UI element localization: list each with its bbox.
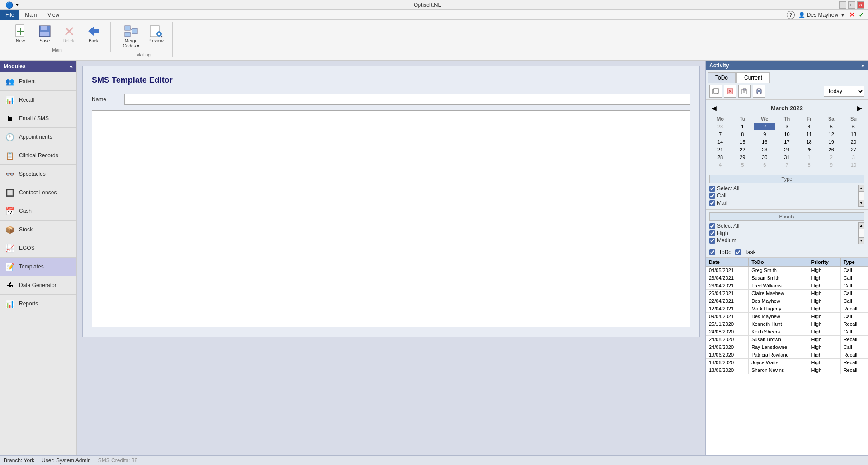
cal-day-3[interactable]: 3 (843, 154, 864, 161)
cal-day-22[interactable]: 22 (731, 146, 753, 153)
cal-day-11[interactable]: 11 (798, 131, 820, 138)
cal-day-12[interactable]: 12 (821, 131, 842, 138)
table-row[interactable]: 04/05/2021 Greg Smith High Call (706, 267, 868, 274)
task-checkbox[interactable] (735, 249, 741, 255)
cal-day-9[interactable]: 9 (754, 131, 775, 138)
cal-day-28[interactable]: 28 (709, 154, 731, 161)
menu-file[interactable]: File (0, 10, 19, 20)
cal-day-1[interactable]: 1 (731, 123, 753, 130)
cal-day-2[interactable]: 2 (821, 154, 842, 161)
sidebar-item-spectacles[interactable]: 👓 Spectacles (0, 165, 76, 183)
cal-day-16[interactable]: 16 (754, 138, 775, 146)
cal-day-7[interactable]: 7 (709, 131, 731, 138)
table-row[interactable]: 18/06/2020 Sharon Nevins High Recall (706, 366, 868, 374)
table-row[interactable]: 12/04/2021 Mark Hagerty High Recall (706, 305, 868, 313)
todo-checkbox[interactable] (709, 249, 715, 255)
sidebar-item-recall[interactable]: 📊 Recall (0, 91, 76, 109)
name-input[interactable] (124, 94, 690, 105)
header-expand-button[interactable]: ✓ (859, 10, 864, 19)
cal-day-18[interactable]: 18 (798, 138, 820, 146)
sidebar-item-templates[interactable]: 📝 Templates (0, 258, 76, 276)
table-row[interactable]: 26/04/2021 Susan Smith High Call (706, 274, 868, 282)
cal-day-10[interactable]: 10 (776, 131, 797, 138)
sidebar-item-cash[interactable]: 📅 Cash (0, 202, 76, 221)
cal-day-3[interactable]: 3 (776, 123, 797, 130)
user-profile[interactable]: 👤 Des Mayhew ▼ (798, 12, 845, 18)
cal-day-23[interactable]: 23 (754, 146, 775, 153)
activity-print-icon[interactable] (753, 85, 765, 98)
tab-todo[interactable]: ToDo (708, 72, 736, 83)
table-row[interactable]: 25/11/2020 Kenneth Hunt High Recall (706, 320, 868, 328)
tab-current[interactable]: Current (736, 72, 770, 83)
cal-day-4[interactable]: 4 (798, 123, 820, 130)
cal-day-1[interactable]: 1 (798, 154, 820, 161)
table-row[interactable]: 19/06/2020 Patricia Rowland High Recall (706, 351, 868, 359)
cal-day-6[interactable]: 6 (754, 161, 775, 169)
cal-day-7[interactable]: 7 (776, 161, 797, 169)
type-check-mail[interactable] (709, 200, 715, 206)
save-button[interactable]: Save (33, 22, 56, 46)
table-row[interactable]: 18/06/2020 Joyce Watts High Recall (706, 359, 868, 366)
cal-day-8[interactable]: 8 (798, 161, 820, 169)
sidebar-item-appointments[interactable]: 🕐 Appointments (0, 128, 76, 146)
sidebar-item-stock[interactable]: 📦 Stock (0, 221, 76, 239)
sidebar-item-contact-lenses[interactable]: 🔲 Contact Lenses (0, 183, 76, 202)
priority-check-select-all-priority[interactable] (709, 223, 715, 229)
header-close-button[interactable]: ✕ (849, 10, 855, 19)
priority-scroll-down[interactable]: ▼ (859, 237, 864, 244)
table-row[interactable]: 24/08/2020 Keith Sheers High Call (706, 328, 868, 336)
cal-day-15[interactable]: 15 (731, 138, 753, 146)
collapse-icon[interactable]: « (70, 63, 73, 70)
cal-day-31[interactable]: 31 (776, 154, 797, 161)
delete-button[interactable]: Delete (58, 22, 80, 46)
menu-view[interactable]: View (42, 10, 65, 20)
activity-paste-icon[interactable] (738, 85, 751, 98)
cal-day-6[interactable]: 6 (843, 123, 864, 130)
type-scroll-up[interactable]: ▲ (859, 185, 864, 192)
today-dropdown[interactable]: Today This Week This Month (824, 86, 864, 97)
back-button[interactable]: Back (82, 22, 105, 46)
cal-day-27[interactable]: 27 (843, 146, 864, 153)
sidebar-item-patient[interactable]: 👥 Patient (0, 72, 76, 91)
cal-day-28[interactable]: 28 (709, 123, 731, 130)
sidebar-item-egos[interactable]: 📈 EGOS (0, 239, 76, 258)
priority-check-medium[interactable] (709, 238, 715, 244)
minimize-button[interactable]: ─ (839, 1, 846, 9)
sidebar-item-reports[interactable]: 📊 Reports (0, 295, 76, 313)
cal-day-5[interactable]: 5 (821, 123, 842, 130)
cal-day-19[interactable]: 19 (821, 138, 842, 146)
type-check-call[interactable] (709, 193, 715, 199)
cal-day-17[interactable]: 17 (776, 138, 797, 146)
calendar-prev[interactable]: ◀ (709, 103, 718, 113)
cal-day-4[interactable]: 4 (709, 161, 731, 169)
menu-main[interactable]: Main (19, 10, 42, 20)
cal-day-2[interactable]: 2 (754, 123, 775, 130)
table-row[interactable]: 22/04/2021 Des Mayhew High Call (706, 297, 868, 305)
table-row[interactable]: 24/08/2020 Susan Brown High Recall (706, 336, 868, 343)
cal-day-10[interactable]: 10 (843, 161, 864, 169)
cal-day-30[interactable]: 30 (754, 154, 775, 161)
cal-day-9[interactable]: 9 (821, 161, 842, 169)
priority-check-high[interactable] (709, 230, 715, 236)
merge-codes-button[interactable]: Merge Codes ▾ (120, 22, 142, 51)
cal-day-21[interactable]: 21 (709, 146, 731, 153)
table-row[interactable]: 26/04/2021 Fred Williams High Call (706, 282, 868, 290)
cal-day-26[interactable]: 26 (821, 146, 842, 153)
table-row[interactable]: 24/06/2020 Ray Lansdowne High Call (706, 343, 868, 351)
cal-day-5[interactable]: 5 (731, 161, 753, 169)
cal-day-14[interactable]: 14 (709, 138, 731, 146)
template-textarea[interactable] (92, 111, 690, 327)
app-menu-arrow[interactable]: ▼ (15, 2, 19, 7)
sidebar-item-clinical-records[interactable]: 📋 Clinical Records (0, 146, 76, 165)
type-scroll-down[interactable]: ▼ (859, 200, 864, 206)
cal-day-13[interactable]: 13 (843, 131, 864, 138)
close-window-button[interactable]: ✕ (857, 1, 864, 9)
preview-button[interactable]: Preview (144, 22, 167, 46)
sidebar-item-email-sms[interactable]: 🖥 Email / SMS (0, 109, 76, 128)
cal-day-8[interactable]: 8 (731, 131, 753, 138)
activity-expand-icon[interactable]: » (861, 62, 864, 69)
calendar-next[interactable]: ▶ (855, 103, 864, 113)
table-row[interactable]: 26/04/2021 Claire Mayhew High Call (706, 290, 868, 297)
restore-button[interactable]: □ (848, 1, 855, 9)
activity-copy-icon[interactable] (709, 85, 722, 98)
